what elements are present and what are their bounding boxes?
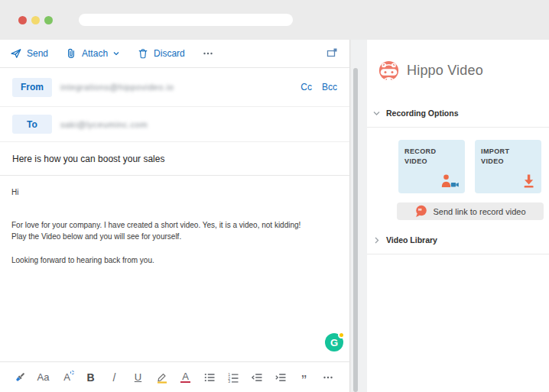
grammarly-badge[interactable]: G [325, 333, 343, 352]
body-paragraph1-line1: For love for your company. I have create… [11, 219, 343, 231]
discard-button[interactable]: Discard [128, 40, 193, 67]
open-in-new-window-button[interactable] [323, 47, 342, 61]
section-video-library[interactable]: Video Library [367, 235, 549, 254]
indent-icon [274, 371, 287, 384]
text-effects-button[interactable]: A [60, 368, 74, 387]
underline-button[interactable]: U [131, 368, 145, 387]
from-address-value[interactable]: integrations@hippovideo.io [60, 83, 174, 92]
text-effects-icon: A [63, 371, 70, 383]
scrollbar-track[interactable] [351, 40, 367, 392]
to-field-chip[interactable]: To [12, 115, 52, 134]
send-link-label: Send link to record video [433, 207, 525, 216]
format-painter-icon [14, 371, 26, 384]
more-formatting-button[interactable] [320, 368, 335, 387]
font-options-icon: Aa [37, 371, 50, 383]
formatting-toolbar: Aa A B / U A [0, 361, 349, 392]
send-label: Send [27, 48, 48, 59]
chevron-down-icon [112, 50, 120, 57]
highlighter-icon [156, 371, 168, 384]
discard-label: Discard [154, 48, 185, 59]
numbered-list-icon: 1 2 3 [227, 371, 239, 384]
scrollbar-thumb[interactable] [353, 68, 358, 392]
app-window: Send Attach Discard [0, 0, 549, 392]
speech-bubble-icon: ” [414, 205, 427, 218]
attach-label: Attach [82, 48, 108, 59]
body-paragraph2: Looking forward to hearing back from you… [11, 254, 343, 266]
chevron-right-icon [372, 236, 381, 245]
hippo-video-logo-icon [378, 60, 399, 81]
video-library-label: Video Library [386, 235, 437, 245]
svg-text:3: 3 [228, 379, 230, 384]
to-field-row: To saki@lyceuminc.com [0, 107, 349, 142]
minimize-window-button[interactable] [31, 16, 40, 24]
bold-button[interactable]: B [83, 368, 98, 387]
increase-indent-button[interactable] [273, 368, 287, 387]
section-recording-options[interactable]: Recording Options [367, 109, 549, 128]
record-video-card[interactable]: RECORD VIDEO [398, 140, 465, 193]
hippo-video-panel: Hippo Video Recording Options RECORD VID… [367, 40, 549, 392]
font-options-button[interactable]: Aa [36, 368, 50, 387]
format-painter-button[interactable] [12, 368, 27, 387]
attach-button[interactable]: Attach [57, 40, 128, 67]
recording-options-label: Recording Options [386, 109, 459, 118]
paperclip-icon [65, 47, 77, 60]
italic-icon: / [113, 371, 116, 384]
import-video-card[interactable]: IMPORT VIDEO [475, 140, 541, 193]
cc-bcc-links: Cc Bcc [300, 82, 337, 92]
recording-option-cards: RECORD VIDEO IMPORT VIDEO [398, 140, 541, 193]
svg-text:”: ” [418, 207, 423, 216]
font-color-button[interactable]: A [178, 368, 193, 387]
quote-button[interactable]: ” [297, 368, 311, 387]
browser-titlebar [0, 0, 549, 40]
record-video-label: RECORD VIDEO [404, 147, 449, 167]
body-greeting: Hi [11, 186, 343, 198]
compose-toolbar: Send Attach Discard [0, 40, 349, 68]
numbered-list-button[interactable]: 1 2 3 [226, 368, 240, 387]
cc-button[interactable]: Cc [300, 82, 312, 92]
from-field-row: From integrations@hippovideo.io Cc Bcc [0, 68, 349, 107]
panel-title: Hippo Video [407, 63, 483, 79]
more-options-button[interactable] [193, 40, 223, 67]
chevron-down-icon [372, 109, 381, 118]
send-button[interactable]: Send [10, 40, 57, 67]
outdent-icon [251, 371, 263, 384]
to-recipient-value[interactable]: saki@lyceuminc.com [60, 120, 148, 129]
record-video-icon [440, 173, 460, 188]
bullet-list-button[interactable] [202, 368, 216, 387]
subject-input[interactable]: Here is how you can boost your sales [0, 142, 349, 176]
bullet-list-icon [203, 371, 216, 384]
text-effects-ring [70, 371, 74, 374]
bold-icon: B [86, 371, 94, 384]
quote-icon: ” [301, 371, 307, 384]
zoom-window-button[interactable] [44, 16, 53, 24]
more-formatting-icon [322, 371, 334, 384]
import-video-label: IMPORT VIDEO [481, 147, 525, 167]
compose-window: Send Attach Discard [0, 40, 350, 392]
send-link-button[interactable]: ” Send link to record video [397, 202, 544, 220]
address-bar[interactable] [79, 14, 293, 26]
italic-button[interactable]: / [107, 368, 122, 387]
message-body-editor[interactable]: Hi For love for your company. I have cre… [0, 176, 349, 361]
ellipsis-icon [202, 47, 214, 60]
popout-icon [326, 47, 339, 59]
import-video-icon [521, 173, 536, 188]
panel-header: Hippo Video [367, 40, 549, 81]
body-paragraph1-line2: Play the Video below and you will see fo… [11, 231, 343, 242]
grammarly-notification-dot [338, 332, 345, 339]
underline-icon: U [135, 371, 141, 383]
close-window-button[interactable] [18, 16, 27, 24]
decrease-indent-button[interactable] [249, 368, 264, 387]
highlight-button[interactable] [154, 368, 169, 387]
send-icon [10, 47, 22, 60]
font-color-icon: A [180, 372, 190, 383]
from-field-chip[interactable]: From [12, 78, 52, 97]
bcc-button[interactable]: Bcc [322, 82, 337, 92]
trash-icon [137, 47, 149, 60]
